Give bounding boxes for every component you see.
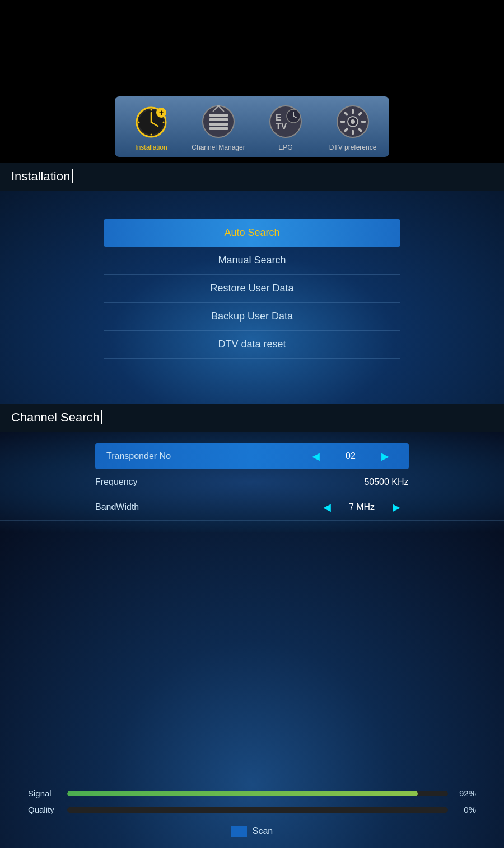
arrow-right-transponder-no[interactable]: ▶ <box>373 450 398 462</box>
svg-rect-14 <box>209 127 228 130</box>
installation-title: Installation <box>11 169 73 183</box>
svg-rect-12 <box>209 118 228 121</box>
dtv-preference-icon-wrapper <box>333 102 372 141</box>
page-wrapper: + Installation <box>0 0 504 848</box>
svg-point-9 <box>162 121 164 123</box>
channel-rows: Transponder No◀02▶Frequency50500 KHzBand… <box>0 443 504 521</box>
channel-manager-icon-wrapper <box>199 102 238 141</box>
installation-icon-wrapper: + <box>132 102 171 141</box>
nav-item-epg[interactable]: E TV EPG <box>255 102 316 151</box>
installation-menu-area: Auto SearchManual SearchRestore User Dat… <box>0 191 504 404</box>
installation-title-bar: Installation <box>0 163 504 191</box>
nav-label-epg: EPG <box>278 143 292 151</box>
channel-row-transponder-no[interactable]: Transponder No◀02▶ <box>95 443 409 469</box>
svg-text:E: E <box>276 113 282 122</box>
row-label-frequency: Frequency <box>95 477 364 487</box>
svg-rect-30 <box>361 121 366 123</box>
nav-label-dtv-preference: DTV preference <box>329 143 377 151</box>
menu-item-dtv-data-reset[interactable]: DTV data reset <box>104 331 400 359</box>
signal-bar-fill <box>67 791 418 796</box>
menu-item-auto-search[interactable]: Auto Search <box>104 219 400 247</box>
signal-label: Signal <box>28 789 62 798</box>
channel-row-bandwidth[interactable]: BandWidth◀7 MHz▶ <box>0 494 504 521</box>
row-value-bandwidth: 7 MHz <box>339 502 384 512</box>
nav-label-channel-manager: Channel Manager <box>192 143 245 151</box>
arrow-left-bandwidth[interactable]: ◀ <box>315 501 339 513</box>
svg-rect-29 <box>340 121 345 123</box>
svg-point-26 <box>351 119 355 124</box>
nav-item-installation[interactable]: + Installation <box>120 102 182 151</box>
signal-quality-area: Signal 92% Quality 0% Scan <box>0 532 504 848</box>
arrow-left-transponder-no[interactable]: ◀ <box>304 450 328 462</box>
installation-menu: Auto SearchManual SearchRestore User Dat… <box>0 219 504 359</box>
svg-rect-28 <box>352 130 354 135</box>
menu-item-restore-user-data[interactable]: Restore User Data <box>104 275 400 303</box>
quality-row: Quality 0% <box>0 805 504 814</box>
row-value-frequency: 50500 KHz <box>364 477 409 487</box>
menu-item-backup-user-data[interactable]: Backup User Data <box>104 303 400 331</box>
quality-percent: 0% <box>454 805 476 814</box>
nav-item-channel-manager[interactable]: Channel Manager <box>188 102 249 151</box>
signal-percent: 92% <box>454 789 476 798</box>
svg-point-10 <box>203 106 234 137</box>
row-value-transponder-no: 02 <box>328 451 373 461</box>
scan-icon <box>231 826 247 837</box>
nav-bar: + Installation <box>115 96 389 157</box>
quality-bar-bg <box>67 807 448 813</box>
channel-search-header: Channel Search <box>0 404 504 432</box>
svg-point-8 <box>138 121 139 123</box>
quality-label: Quality <box>28 805 62 814</box>
svg-text:+: + <box>158 108 163 117</box>
svg-point-17 <box>217 105 220 107</box>
svg-rect-13 <box>209 123 228 126</box>
scan-label[interactable]: Scan <box>253 826 273 836</box>
arrow-right-bandwidth[interactable]: ▶ <box>384 501 409 513</box>
menu-item-manual-search[interactable]: Manual Search <box>104 247 400 275</box>
svg-point-6 <box>150 109 152 110</box>
svg-rect-11 <box>209 114 228 117</box>
row-label-bandwidth: BandWidth <box>95 502 315 512</box>
signal-bar-bg <box>67 791 448 796</box>
row-label-transponder-no: Transponder No <box>106 451 304 461</box>
nav-item-dtv-preference[interactable]: DTV preference <box>322 102 384 151</box>
channel-search-title: Channel Search <box>11 410 102 424</box>
nav-label-installation: Installation <box>135 143 167 151</box>
top-black-area: + Installation <box>0 0 504 163</box>
signal-row: Signal 92% <box>0 789 504 798</box>
svg-point-7 <box>150 133 152 135</box>
scan-row: Scan <box>0 826 504 837</box>
svg-rect-27 <box>352 109 354 114</box>
channel-search-rows: Transponder No◀02▶Frequency50500 KHzBand… <box>0 432 504 532</box>
installation-section-header: Installation <box>0 163 504 191</box>
svg-text:TV: TV <box>276 122 287 131</box>
channel-search-title-bar: Channel Search <box>0 404 504 432</box>
epg-icon-wrapper: E TV <box>266 102 305 141</box>
channel-row-frequency: Frequency50500 KHz <box>0 470 504 494</box>
